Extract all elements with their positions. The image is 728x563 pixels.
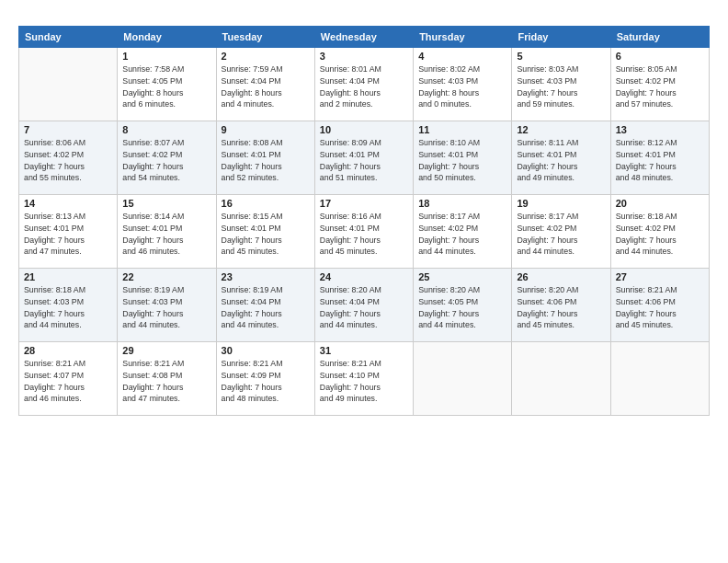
- day-info: Sunrise: 8:11 AMSunset: 4:01 PMDaylight:…: [517, 137, 605, 184]
- calendar-week-row: 14Sunrise: 8:13 AMSunset: 4:01 PMDayligh…: [19, 195, 710, 269]
- day-number: 18: [418, 198, 506, 209]
- day-info: Sunrise: 8:15 AMSunset: 4:01 PMDaylight:…: [222, 211, 310, 258]
- day-number: 9: [222, 124, 310, 135]
- day-info: Sunrise: 8:16 AMSunset: 4:01 PMDaylight:…: [320, 211, 408, 258]
- day-info: Sunrise: 8:21 AMSunset: 4:09 PMDaylight:…: [222, 358, 310, 405]
- page: General Blue SundayMondayTuesdayWednesda…: [0, 0, 728, 563]
- calendar-header-row: SundayMondayTuesdayWednesdayThursdayFrid…: [19, 27, 710, 48]
- day-number: 7: [24, 124, 112, 135]
- day-info: Sunrise: 8:19 AMSunset: 4:04 PMDaylight:…: [222, 284, 310, 331]
- day-number: 23: [222, 271, 310, 282]
- day-info: Sunrise: 8:20 AMSunset: 4:05 PMDaylight:…: [418, 284, 506, 331]
- day-info: Sunrise: 8:09 AMSunset: 4:01 PMDaylight:…: [320, 137, 408, 184]
- day-number: 19: [517, 198, 605, 209]
- calendar-header-sunday: Sunday: [19, 27, 118, 48]
- calendar-cell: 7Sunrise: 8:06 AMSunset: 4:02 PMDaylight…: [19, 121, 118, 195]
- calendar-cell: 14Sunrise: 8:13 AMSunset: 4:01 PMDayligh…: [19, 195, 118, 269]
- calendar-header-saturday: Saturday: [610, 27, 709, 48]
- day-info: Sunrise: 8:21 AMSunset: 4:10 PMDaylight:…: [320, 358, 408, 405]
- calendar-cell: 23Sunrise: 8:19 AMSunset: 4:04 PMDayligh…: [216, 269, 314, 342]
- calendar-cell: 10Sunrise: 8:09 AMSunset: 4:01 PMDayligh…: [314, 121, 413, 195]
- day-number: 2: [222, 51, 310, 62]
- calendar-week-row: 28Sunrise: 8:21 AMSunset: 4:07 PMDayligh…: [19, 342, 710, 416]
- day-info: Sunrise: 7:58 AMSunset: 4:05 PMDaylight:…: [122, 63, 210, 110]
- calendar-cell: 30Sunrise: 8:21 AMSunset: 4:09 PMDayligh…: [216, 342, 314, 416]
- day-info: Sunrise: 8:17 AMSunset: 4:02 PMDaylight:…: [418, 211, 506, 258]
- calendar-header-friday: Friday: [512, 27, 610, 48]
- calendar-cell: 6Sunrise: 8:05 AMSunset: 4:02 PMDaylight…: [610, 48, 709, 121]
- day-number: 13: [616, 124, 704, 135]
- day-number: 5: [517, 51, 605, 62]
- calendar-week-row: 7Sunrise: 8:06 AMSunset: 4:02 PMDaylight…: [19, 121, 710, 195]
- calendar-cell: 24Sunrise: 8:20 AMSunset: 4:04 PMDayligh…: [314, 269, 413, 342]
- day-number: 8: [122, 124, 210, 135]
- calendar-cell: [19, 48, 118, 121]
- calendar-cell: [414, 342, 512, 416]
- day-info: Sunrise: 8:17 AMSunset: 4:02 PMDaylight:…: [517, 211, 605, 258]
- day-number: 20: [616, 198, 704, 209]
- day-number: 6: [616, 51, 704, 62]
- day-number: 1: [122, 51, 210, 62]
- calendar-week-row: 21Sunrise: 8:18 AMSunset: 4:03 PMDayligh…: [19, 269, 710, 342]
- calendar-header-tuesday: Tuesday: [216, 27, 314, 48]
- day-info: Sunrise: 8:21 AMSunset: 4:07 PMDaylight:…: [24, 358, 112, 405]
- calendar-cell: 5Sunrise: 8:03 AMSunset: 4:03 PMDaylight…: [512, 48, 610, 121]
- day-info: Sunrise: 8:08 AMSunset: 4:01 PMDaylight:…: [222, 137, 310, 184]
- day-info: Sunrise: 8:13 AMSunset: 4:01 PMDaylight:…: [24, 211, 112, 258]
- day-number: 14: [24, 198, 112, 209]
- day-info: Sunrise: 8:19 AMSunset: 4:03 PMDaylight:…: [122, 284, 210, 331]
- day-number: 17: [320, 198, 408, 209]
- day-number: 26: [517, 271, 605, 282]
- calendar-cell: 3Sunrise: 8:01 AMSunset: 4:04 PMDaylight…: [314, 48, 413, 121]
- day-number: 11: [418, 124, 506, 135]
- calendar-cell: 26Sunrise: 8:20 AMSunset: 4:06 PMDayligh…: [512, 269, 610, 342]
- calendar-cell: 29Sunrise: 8:21 AMSunset: 4:08 PMDayligh…: [118, 342, 216, 416]
- calendar-cell: 21Sunrise: 8:18 AMSunset: 4:03 PMDayligh…: [19, 269, 118, 342]
- day-info: Sunrise: 8:18 AMSunset: 4:02 PMDaylight:…: [616, 211, 704, 258]
- calendar-cell: 8Sunrise: 8:07 AMSunset: 4:02 PMDaylight…: [118, 121, 216, 195]
- day-info: Sunrise: 8:20 AMSunset: 4:04 PMDaylight:…: [320, 284, 408, 331]
- calendar-cell: 25Sunrise: 8:20 AMSunset: 4:05 PMDayligh…: [414, 269, 512, 342]
- calendar-cell: 19Sunrise: 8:17 AMSunset: 4:02 PMDayligh…: [512, 195, 610, 269]
- day-info: Sunrise: 8:14 AMSunset: 4:01 PMDaylight:…: [122, 211, 210, 258]
- calendar-header-monday: Monday: [118, 27, 216, 48]
- calendar-cell: 11Sunrise: 8:10 AMSunset: 4:01 PMDayligh…: [414, 121, 512, 195]
- calendar-cell: 15Sunrise: 8:14 AMSunset: 4:01 PMDayligh…: [118, 195, 216, 269]
- day-number: 22: [122, 271, 210, 282]
- day-number: 27: [616, 271, 704, 282]
- calendar-cell: 1Sunrise: 7:58 AMSunset: 4:05 PMDaylight…: [118, 48, 216, 121]
- calendar-cell: 16Sunrise: 8:15 AMSunset: 4:01 PMDayligh…: [216, 195, 314, 269]
- calendar-cell: 20Sunrise: 8:18 AMSunset: 4:02 PMDayligh…: [610, 195, 709, 269]
- day-info: Sunrise: 8:18 AMSunset: 4:03 PMDaylight:…: [24, 284, 112, 331]
- calendar-cell: 31Sunrise: 8:21 AMSunset: 4:10 PMDayligh…: [314, 342, 413, 416]
- calendar-week-row: 1Sunrise: 7:58 AMSunset: 4:05 PMDaylight…: [19, 48, 710, 121]
- calendar-cell: 22Sunrise: 8:19 AMSunset: 4:03 PMDayligh…: [118, 269, 216, 342]
- day-number: 25: [418, 271, 506, 282]
- calendar-cell: 13Sunrise: 8:12 AMSunset: 4:01 PMDayligh…: [610, 121, 709, 195]
- day-number: 31: [320, 345, 408, 356]
- calendar-cell: 28Sunrise: 8:21 AMSunset: 4:07 PMDayligh…: [19, 342, 118, 416]
- day-number: 21: [24, 271, 112, 282]
- day-number: 4: [418, 51, 506, 62]
- day-number: 12: [517, 124, 605, 135]
- calendar-cell: 27Sunrise: 8:21 AMSunset: 4:06 PMDayligh…: [610, 269, 709, 342]
- day-info: Sunrise: 8:06 AMSunset: 4:02 PMDaylight:…: [24, 137, 112, 184]
- day-number: 10: [320, 124, 408, 135]
- calendar-cell: 18Sunrise: 8:17 AMSunset: 4:02 PMDayligh…: [414, 195, 512, 269]
- day-info: Sunrise: 7:59 AMSunset: 4:04 PMDaylight:…: [222, 63, 310, 110]
- day-number: 24: [320, 271, 408, 282]
- calendar-cell: 2Sunrise: 7:59 AMSunset: 4:04 PMDaylight…: [216, 48, 314, 121]
- calendar-cell: 17Sunrise: 8:16 AMSunset: 4:01 PMDayligh…: [314, 195, 413, 269]
- day-info: Sunrise: 8:05 AMSunset: 4:02 PMDaylight:…: [616, 63, 704, 110]
- day-number: 16: [222, 198, 310, 209]
- day-number: 15: [122, 198, 210, 209]
- day-info: Sunrise: 8:07 AMSunset: 4:02 PMDaylight:…: [122, 137, 210, 184]
- calendar-cell: 9Sunrise: 8:08 AMSunset: 4:01 PMDaylight…: [216, 121, 314, 195]
- calendar-header-thursday: Thursday: [414, 27, 512, 48]
- day-info: Sunrise: 8:02 AMSunset: 4:03 PMDaylight:…: [418, 63, 506, 110]
- calendar-cell: [512, 342, 610, 416]
- day-number: 29: [122, 345, 210, 356]
- day-info: Sunrise: 8:03 AMSunset: 4:03 PMDaylight:…: [517, 63, 605, 110]
- day-info: Sunrise: 8:20 AMSunset: 4:06 PMDaylight:…: [517, 284, 605, 331]
- day-info: Sunrise: 8:21 AMSunset: 4:08 PMDaylight:…: [122, 358, 210, 405]
